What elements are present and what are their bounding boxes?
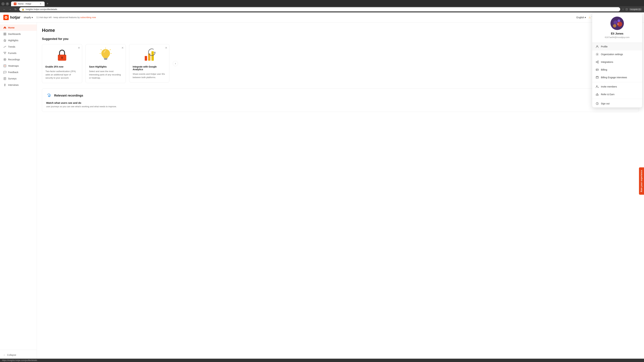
dropdown-item-refer[interactable]: Refer & Earn — [592, 90, 642, 98]
sidebar-item-home[interactable]: Home — [0, 24, 37, 31]
dropdown-item-integrations[interactable]: Integrations — [592, 58, 642, 66]
sidebar-dashboards-label: Dashboards — [8, 33, 21, 35]
recordings-section: Relevant recordings All sessions ▾ Watch… — [42, 88, 639, 112]
back-btn[interactable]: ← — [2, 7, 7, 11]
svg-point-0 — [6, 17, 6, 18]
app-container: hotjar shopify ▾ 11 trial days left - ke… — [0, 12, 644, 362]
dropdown-signout-label: Sign out — [601, 102, 610, 105]
status-url: https://insights.hotjar.com/profile/deta… — [2, 359, 37, 362]
lang-dropdown-icon: ▾ — [585, 16, 586, 19]
card-highlights-illustration — [97, 48, 114, 63]
new-tab-btn[interactable]: + — [45, 1, 50, 6]
tab-dropdown-btn[interactable]: ▾ — [6, 2, 9, 5]
main-layout: Home Dashboards — [0, 22, 644, 362]
collapse-icon: ← — [3, 354, 6, 356]
page-title: Home — [42, 28, 55, 33]
svg-point-36 — [48, 95, 50, 96]
recordings-header: Relevant recordings All sessions ▾ — [46, 93, 635, 99]
dropdown-user-name: Eli Jones — [596, 32, 638, 35]
sidebar-item-funnels[interactable]: Funnels — [0, 50, 37, 56]
tab-close-btn[interactable]: ✕ — [39, 2, 42, 5]
svg-line-49 — [597, 62, 598, 63]
svg-rect-11 — [4, 34, 5, 35]
page-header: Home Share — [42, 27, 639, 33]
refer-icon — [596, 93, 599, 96]
refresh-btn[interactable]: ↻ — [14, 7, 18, 11]
card-analytics-illustration — [141, 48, 158, 63]
card-highlights-close-btn[interactable]: ✕ — [122, 46, 124, 49]
logo-text: hotjar — [10, 15, 20, 19]
card-analytics-title: Integrate with Google Analytics — [133, 65, 166, 71]
dropdown-profile-label: Profile — [601, 45, 608, 48]
home-icon — [3, 26, 6, 29]
svg-rect-32 — [104, 59, 107, 60]
site-selector[interactable]: shopify ▾ — [24, 16, 33, 19]
dropdown-item-signout[interactable]: Sign out — [592, 100, 642, 107]
trends-icon — [3, 45, 6, 48]
bookmark-btn[interactable]: ☆ — [622, 8, 624, 11]
card-2fa-close-btn[interactable]: ✕ — [78, 46, 80, 49]
tab-title: Home - Hotjar — [18, 2, 31, 5]
svg-rect-10 — [5, 33, 6, 34]
sidebar-trends-label: Trends — [8, 45, 15, 48]
dropdown-billing-label: Billing — [601, 68, 607, 71]
svg-point-44 — [597, 54, 598, 55]
highlights-icon — [3, 39, 6, 42]
sidebar-item-highlights[interactable]: Highlights — [0, 37, 37, 43]
status-bar: https://insights.hotjar.com/profile/deta… — [0, 359, 644, 362]
sidebar-item-surveys[interactable]: Surveys — [0, 75, 37, 82]
sidebar-item-trends[interactable]: Trends — [0, 43, 37, 50]
sidebar-item-feedback[interactable]: Feedback — [0, 69, 37, 75]
recordings-section-title: Relevant recordings — [54, 94, 83, 97]
dropdown-item-billing-engage[interactable]: Billing Engage interviews — [592, 73, 642, 81]
rate-experience-btn[interactable]: Rate your experience — [639, 167, 644, 195]
browser-chrome: ‹ ▾ H Home - Hotjar ✕ + ← → ↻ 🔒 insights… — [0, 0, 644, 12]
recordings-icon — [3, 58, 6, 61]
heatmaps-icon — [3, 64, 6, 67]
svg-rect-12 — [5, 34, 6, 35]
card-2fa-title: Enable 2FA now — [46, 65, 79, 68]
signout-icon — [596, 102, 599, 105]
card-highlights-title: Save Highlights — [89, 65, 122, 68]
svg-rect-25 — [62, 58, 62, 59]
dropdown-avatar — [610, 16, 624, 30]
sidebar-highlights-label: Highlights — [8, 39, 18, 42]
svg-marker-13 — [4, 39, 6, 41]
suggestion-card-highlights: ✕ — [86, 44, 126, 83]
forward-btn[interactable]: → — [8, 7, 12, 11]
dropdown-item-invite[interactable]: Invite members — [592, 83, 642, 90]
funnels-icon — [3, 52, 6, 55]
svg-point-38 — [614, 20, 618, 24]
split-btn[interactable]: ⊡ — [626, 8, 628, 11]
active-tab[interactable]: H Home - Hotjar ✕ — [11, 1, 44, 6]
recordings-section-icon — [46, 93, 52, 99]
dropdown-item-org-settings[interactable]: Organization settings — [592, 50, 642, 58]
tab-favicon: H — [14, 2, 16, 5]
svg-rect-53 — [596, 76, 598, 78]
cards-next-btn[interactable]: › — [173, 61, 178, 66]
card-analytics-close-btn[interactable]: ✕ — [165, 46, 167, 49]
suggestion-card-2fa: ✕ Enable 2FA now Two-factor — [42, 44, 82, 83]
svg-rect-35 — [152, 51, 154, 61]
sidebar-item-recordings[interactable]: Recordings — [0, 56, 37, 63]
dropdown-item-billing[interactable]: Billing — [592, 66, 642, 73]
trial-link[interactable]: subscribing now — [80, 16, 96, 18]
tab-back-btn[interactable]: ‹ — [1, 2, 5, 5]
recordings-title-row: Relevant recordings — [46, 93, 83, 99]
dropdown-item-profile[interactable]: Profile — [592, 43, 642, 50]
dropdown-divider-1 — [592, 82, 642, 82]
secure-icon: 🔒 — [22, 8, 24, 10]
sidebar-item-heatmaps[interactable]: Heatmaps — [0, 63, 37, 69]
suggested-section-title: Suggested for you — [42, 37, 639, 41]
sidebar-bottom: ← Collapse — [0, 350, 37, 360]
invite-icon — [596, 85, 599, 88]
collapse-btn[interactable]: ← Collapse — [0, 352, 37, 358]
language-selector[interactable]: English ▾ — [576, 16, 586, 19]
sidebar-item-interviews[interactable]: Interviews — [0, 82, 37, 88]
sidebar-funnels-label: Funnels — [8, 52, 16, 54]
sidebar-item-dashboards[interactable]: Dashboards — [0, 31, 37, 37]
url-text: insights.hotjar.com/profile/details — [26, 8, 57, 10]
dropdown-refer-label: Refer & Earn — [601, 93, 614, 96]
url-bar[interactable]: 🔒 insights.hotjar.com/profile/details — [19, 7, 620, 11]
sidebar-surveys-label: Surveys — [8, 77, 16, 80]
